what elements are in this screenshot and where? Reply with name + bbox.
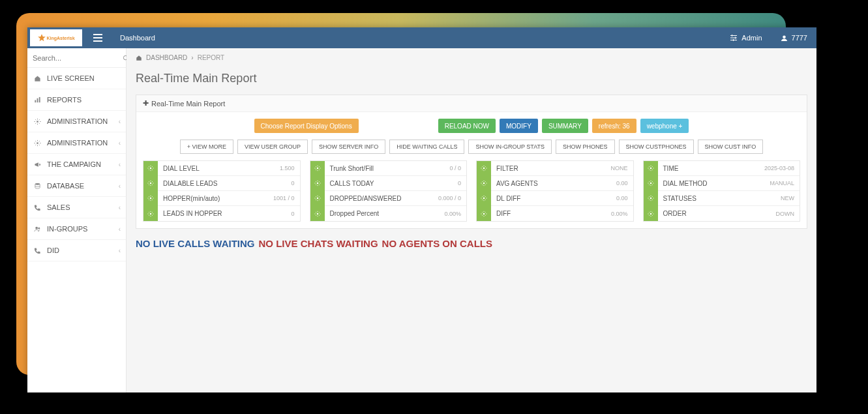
gear-icon[interactable] xyxy=(143,161,158,176)
stat-label: DIFF xyxy=(491,210,611,217)
home-icon xyxy=(34,75,42,82)
nav-dashboard[interactable]: Dashboard xyxy=(111,27,164,48)
stat-label: Dropped Percent xyxy=(325,210,445,217)
search-input[interactable] xyxy=(33,54,123,62)
app-window: KingAsterisk Dashboard Admin 7777 xyxy=(27,27,816,392)
svg-rect-1 xyxy=(93,34,102,35)
gear-icon[interactable] xyxy=(310,206,325,221)
admin-menu[interactable]: Admin xyxy=(721,27,771,48)
user-menu[interactable]: 7777 xyxy=(771,27,816,48)
panel-header: ✚ Real-Time Main Report xyxy=(136,95,807,112)
svg-point-33 xyxy=(650,168,651,170)
sidebar-item-database[interactable]: DATABASE‹ xyxy=(27,175,126,197)
webphone-button[interactable]: webphone + xyxy=(640,119,689,133)
stat-label: DIAL METHOD xyxy=(658,180,770,187)
sliders-icon xyxy=(730,34,738,42)
svg-point-27 xyxy=(316,198,318,200)
svg-point-25 xyxy=(316,168,318,170)
strip-view-user-group[interactable]: VIEW USER GROUP xyxy=(237,140,308,154)
sidebar-item-label: SALES xyxy=(47,203,70,211)
status-chats: NO LIVE CHATS WAITING xyxy=(259,238,378,249)
sidebar-item-live-screen[interactable]: LIVE SCREEN xyxy=(27,68,126,89)
stat-value: 0 xyxy=(291,180,299,186)
stat-row: ORDERDOWN xyxy=(644,206,800,221)
chevron-left-icon: ‹ xyxy=(119,118,121,125)
phone-icon xyxy=(34,204,42,211)
svg-marker-0 xyxy=(38,34,46,41)
breadcrumb-root[interactable]: DASHBOARD xyxy=(146,54,187,61)
svg-rect-15 xyxy=(39,96,40,102)
logo[interactable]: KingAsterisk xyxy=(30,29,82,46)
strip-show-server-info[interactable]: SHOW SERVER INFO xyxy=(312,140,385,154)
sidebar-item-administration[interactable]: ADMINISTRATION‹ xyxy=(27,132,126,154)
svg-point-19 xyxy=(35,226,38,229)
stat-column-0: DIAL LEVEL1.500DIALABLE LEADS0HOPPER(min… xyxy=(143,160,301,222)
svg-rect-9 xyxy=(733,39,734,41)
stat-row: HOPPER(min/auto)1001 / 0 xyxy=(143,191,300,206)
gear-icon[interactable] xyxy=(477,161,491,176)
stat-value: 1001 / 0 xyxy=(273,195,300,201)
choose-display-button[interactable]: Choose Report Display Options xyxy=(254,119,359,133)
stat-value: 0.00 xyxy=(616,180,633,186)
status-line: NO LIVE CALLS WAITING NO LIVE CHATS WAIT… xyxy=(136,238,807,249)
stat-label: AVG AGENTS xyxy=(491,180,616,187)
svg-point-16 xyxy=(37,121,38,123)
chevron-left-icon: ‹ xyxy=(119,204,121,211)
svg-rect-5 xyxy=(730,38,737,38)
gear-icon xyxy=(34,140,42,147)
chart-icon xyxy=(34,96,42,104)
gear-icon[interactable] xyxy=(644,176,658,191)
strip-show-custphones[interactable]: SHOW CUSTPHONES xyxy=(619,140,694,154)
gear-icon[interactable] xyxy=(644,191,658,206)
gear-icon[interactable] xyxy=(644,161,658,176)
svg-point-36 xyxy=(650,213,651,214)
gear-icon[interactable] xyxy=(143,191,158,206)
gear-icon[interactable] xyxy=(143,206,158,221)
stat-value: 0 xyxy=(458,180,466,186)
stat-label: ORDER xyxy=(658,210,776,217)
user-label: 7777 xyxy=(792,34,807,42)
sidebar-item-in-groups[interactable]: IN-GROUPS‹ xyxy=(27,218,126,240)
stat-label: FILTER xyxy=(491,165,610,172)
gear-icon[interactable] xyxy=(143,176,158,191)
chevron-left-icon: ‹ xyxy=(119,161,121,168)
stat-value: NONE xyxy=(610,165,633,171)
gear-icon[interactable] xyxy=(477,191,491,206)
svg-rect-7 xyxy=(732,35,732,37)
refresh-button[interactable]: refresh: 36 xyxy=(592,119,636,133)
strip-show-phones[interactable]: SHOW PHONES xyxy=(556,140,615,154)
stat-value: NEW xyxy=(781,195,800,201)
sidebar-item-administration[interactable]: ADMINISTRATION‹ xyxy=(27,111,126,132)
page-title: Real-Time Main Report xyxy=(136,72,807,85)
admin-label: Admin xyxy=(741,34,762,42)
menu-toggle[interactable] xyxy=(85,27,111,48)
stat-label: HOPPER(min/auto) xyxy=(158,195,273,202)
svg-point-35 xyxy=(650,198,651,200)
strip--view-more[interactable]: + VIEW MORE xyxy=(180,140,233,154)
gear-icon[interactable] xyxy=(310,191,325,206)
strip-show-in-group-stats[interactable]: SHOW IN-GROUP STATS xyxy=(468,140,552,154)
gear-icon[interactable] xyxy=(477,206,491,221)
reload-button[interactable]: RELOAD NOW xyxy=(438,119,496,133)
modify-button[interactable]: MODIFY xyxy=(500,119,538,133)
strip-hide-waiting-calls[interactable]: HIDE WAITING CALLS xyxy=(389,140,464,154)
svg-point-31 xyxy=(483,198,485,200)
sidebar-item-label: DID xyxy=(47,246,59,254)
gear-icon[interactable] xyxy=(477,176,491,191)
sidebar-item-reports[interactable]: REPORTS xyxy=(27,89,126,111)
svg-rect-3 xyxy=(93,40,102,42)
status-agents: NO AGENTS ON CALLS xyxy=(382,238,492,249)
strip-show-cust-info[interactable]: SHOW CUST INFO xyxy=(698,140,764,154)
search-row xyxy=(27,48,126,68)
sidebar-item-sales[interactable]: SALES‹ xyxy=(27,197,126,218)
gear-icon[interactable] xyxy=(310,161,325,176)
gear-icon[interactable] xyxy=(310,176,325,191)
svg-point-24 xyxy=(150,213,152,214)
svg-point-17 xyxy=(37,142,38,144)
gear-icon[interactable] xyxy=(644,206,658,221)
sidebar-item-the-campaign[interactable]: THE CAMPAIGN‹ xyxy=(27,154,126,175)
summary-button[interactable]: SUMMARY xyxy=(542,119,588,133)
gear-icon xyxy=(34,118,42,125)
sidebar-item-did[interactable]: DID‹ xyxy=(27,240,126,261)
stat-row: CALLS TODAY0 xyxy=(310,176,467,191)
